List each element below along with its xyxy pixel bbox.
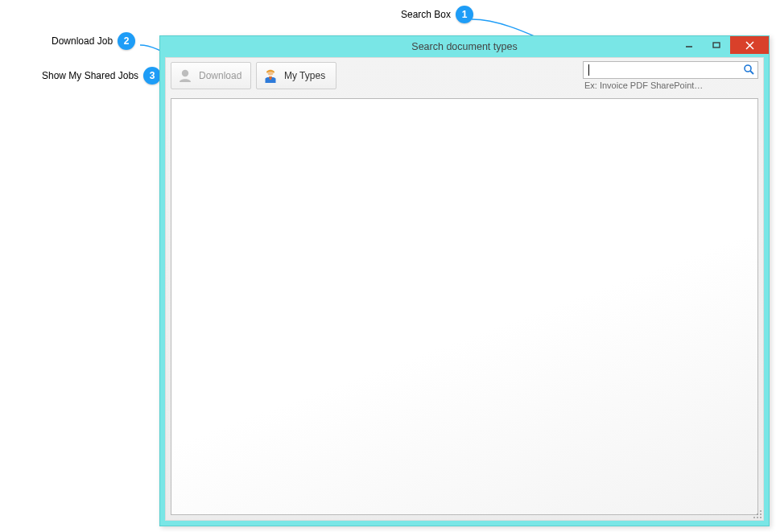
search-area: Ex: Invoice PDF SharePoint… (583, 61, 758, 90)
svg-point-10 (760, 513, 762, 515)
svg-point-13 (760, 517, 762, 518)
callout-bubble: 3 (143, 67, 161, 85)
callout-download-job: Download Job 2 (52, 32, 135, 50)
svg-point-8 (760, 510, 762, 512)
download-button[interactable]: Download (171, 62, 251, 89)
callout-show-my-shared: Show My Shared Jobs 3 (42, 67, 161, 85)
minimize-button[interactable] (675, 36, 703, 54)
callout-label: Search Box (401, 9, 451, 20)
toolbar: Download My Types (166, 58, 763, 93)
svg-point-9 (757, 513, 758, 515)
person-icon (262, 67, 279, 85)
search-hint: Ex: Invoice PDF SharePoint… (583, 80, 703, 90)
svg-rect-1 (713, 43, 720, 47)
download-label: Download (199, 70, 241, 81)
search-input[interactable] (589, 64, 743, 76)
callout-bubble: 1 (456, 6, 473, 23)
my-types-button[interactable]: My Types (256, 62, 336, 89)
window-title: Search document types (411, 41, 517, 52)
search-icon[interactable] (743, 64, 754, 77)
close-button[interactable] (730, 36, 769, 54)
svg-line-7 (750, 71, 753, 74)
svg-point-4 (182, 70, 188, 76)
callout-label: Show My Shared Jobs (42, 70, 138, 81)
window-controls (675, 36, 769, 54)
results-pane[interactable] (171, 98, 758, 515)
download-icon (176, 67, 194, 85)
svg-point-12 (757, 517, 758, 518)
callout-search-box: Search Box 1 (401, 6, 473, 23)
my-types-label: My Types (284, 70, 325, 81)
maximize-button[interactable] (703, 36, 730, 54)
callout-label: Download Job (52, 35, 113, 47)
svg-point-11 (753, 517, 755, 518)
resize-grip[interactable] (753, 509, 762, 519)
titlebar[interactable]: Search document types (160, 36, 769, 57)
client-area: Download My Types (165, 57, 764, 521)
app-window: Search document types Downl (159, 35, 770, 526)
search-box[interactable] (583, 61, 758, 79)
svg-point-6 (745, 65, 751, 72)
callout-bubble: 2 (118, 32, 135, 50)
